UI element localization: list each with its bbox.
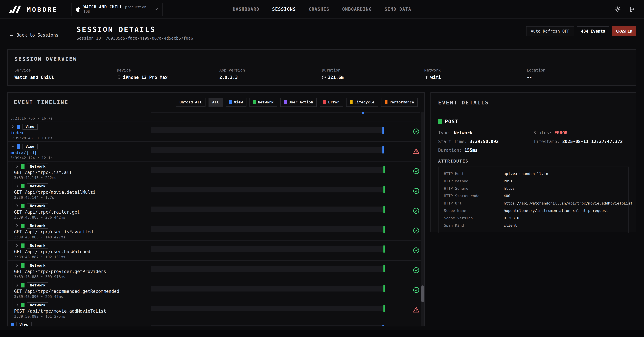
event-row[interactable]: Network GET /api/trpc/trailer.get 3:39:4… — [8, 201, 421, 221]
attribute-key: HTTP Scheme — [444, 186, 504, 191]
overview-field-label: Location — [527, 68, 629, 72]
expand-chevron-icon[interactable] — [11, 145, 14, 148]
detail-field-type: Type: Network — [438, 130, 533, 135]
selected-event-name: POST — [438, 118, 628, 124]
nav-item-onboarding[interactable]: ONBOARDING — [342, 7, 372, 12]
overview-field-icon — [117, 75, 121, 80]
event-status-icon — [413, 267, 420, 274]
overview-field-service: Service Watch and Chill — [14, 68, 117, 80]
event-type-color-swatch — [438, 119, 442, 124]
filter-chip-user-action[interactable]: User Action — [280, 98, 317, 107]
check-circle-icon — [413, 128, 420, 135]
app-environment: production — [125, 5, 146, 9]
event-time: 3:39:43.887 • 192.131ms — [14, 255, 65, 259]
expand-chevron-icon[interactable] — [16, 244, 19, 247]
footer-strip — [0, 330, 644, 337]
event-row-head: Network — [16, 242, 48, 248]
event-title: GET /api/trpc/list.all — [14, 170, 72, 175]
event-row[interactable]: 3:21:16.766 • 16.7s — [8, 112, 421, 122]
attribute-row-scope-name: Scope Name @opentelemetry/instrumentatio… — [438, 207, 628, 214]
chevron-right-icon — [16, 264, 19, 267]
event-type-color-swatch — [17, 124, 20, 129]
event-status-icon — [413, 148, 420, 155]
nav-item-sessions[interactable]: SESSIONS — [272, 7, 296, 12]
event-row[interactable]: View — [8, 320, 421, 326]
event-name-label: POST — [445, 118, 458, 124]
check-circle-icon — [413, 286, 420, 294]
detail-label: Status: — [533, 130, 554, 135]
back-to-sessions-link[interactable]: ← Back to Sessions — [10, 30, 58, 41]
event-timeline-track — [151, 266, 385, 272]
event-row-head: Network — [16, 302, 48, 308]
attribute-key: Scope Name — [444, 208, 504, 213]
overview-field-device: Device iPhone 12 Pro Max — [117, 68, 219, 80]
event-row[interactable]: Network GET /api/trpc/user.hasWatched 3:… — [8, 241, 421, 260]
event-row[interactable]: Network GET /api/trpc/list.all 3:39:42.1… — [8, 162, 421, 181]
app-selector[interactable]: WATCH AND CHILL production IOS — [71, 2, 162, 16]
detail-value: ERROR — [554, 130, 568, 135]
event-row[interactable]: Network GET /api/trpc/provider.getProvid… — [8, 260, 421, 280]
event-details-panel: EVENT DETAILS POST Type: Network Status:… — [430, 92, 636, 232]
filter-label: Network — [258, 100, 274, 104]
filter-chip-view[interactable]: View — [226, 98, 246, 107]
overview-field-duration: Duration 221.6m — [322, 68, 424, 80]
timeline-scrollbar[interactable] — [421, 112, 424, 326]
event-row[interactable]: Network GET /api/trpc/movie.detailMulti … — [8, 181, 421, 201]
event-timeline-marker — [384, 265, 385, 272]
expand-chevron-icon[interactable] — [16, 284, 19, 287]
overview-field-label: Device — [117, 68, 219, 72]
attribute-key: HTTP Status_code — [444, 194, 504, 198]
filter-chip-lifecycle[interactable]: Lifecycle — [346, 98, 378, 107]
overview-field-app-version: App Version 2.0.2.3 — [220, 68, 322, 80]
attribute-value: 400 — [504, 194, 623, 198]
main-nav: DASHBOARDSESSIONSCRASHESONBOARDINGSEND D… — [233, 0, 411, 18]
timeline-scrollbar-thumb[interactable] — [422, 286, 424, 302]
event-type-badge: Network — [27, 164, 48, 169]
event-row[interactable]: Network GET /api/trpc/user.isFavorited 3… — [8, 221, 421, 241]
event-time: 3:39:42.124 • 12.1s — [10, 156, 53, 160]
nav-item-send-data[interactable]: SEND DATA — [384, 7, 411, 12]
filter-chip-network[interactable]: Network — [250, 98, 277, 107]
event-title: GET /api/trpc/user.hasWatched — [14, 249, 90, 254]
filter-chip-all[interactable]: All — [208, 98, 222, 107]
nav-item-dashboard[interactable]: DASHBOARD — [233, 7, 260, 12]
settings-button[interactable] — [614, 6, 621, 12]
event-time: 3:39:43.888 • 309.918ms — [14, 275, 65, 279]
expand-chevron-icon[interactable] — [16, 164, 19, 168]
expand-chevron-icon[interactable] — [16, 303, 19, 306]
filter-chip-performance[interactable]: Performance — [381, 98, 418, 107]
filter-color-swatch — [324, 100, 326, 104]
brand[interactable]: MOBORE — [9, 5, 58, 14]
expand-chevron-icon[interactable] — [16, 264, 19, 267]
event-timeline-track — [151, 206, 385, 212]
event-timeline-marker — [362, 112, 364, 114]
gear-icon — [614, 6, 621, 12]
event-title: GET /api/trpc/recommended.getRecommended — [14, 289, 119, 294]
event-type-badge: Network — [27, 243, 48, 248]
expand-chevron-icon[interactable] — [11, 125, 14, 128]
auto-refresh-button[interactable]: Auto Refresh OFF — [526, 26, 574, 36]
event-row[interactable]: Network POST /api/trpc/movie.addMovieToL… — [8, 300, 421, 320]
event-row[interactable]: View media/[id] 3:39:42.124 • 12.1s — [8, 142, 421, 162]
expand-chevron-icon[interactable] — [16, 184, 19, 188]
filter-color-swatch — [253, 100, 256, 104]
expand-chevron-icon[interactable] — [16, 204, 19, 208]
event-type-badge: View — [22, 144, 38, 149]
event-status-icon — [413, 168, 420, 175]
top-actions — [614, 6, 635, 12]
event-time: 3:21:16.766 • 16.7s — [10, 116, 53, 120]
filter-chip-error[interactable]: Error — [320, 98, 343, 107]
event-timeline-track — [151, 226, 385, 232]
event-row[interactable]: View index 3:39:28.481 • 13.6s — [8, 122, 421, 142]
logout-button[interactable] — [629, 6, 635, 12]
event-type-color-swatch — [21, 243, 24, 248]
unfold-all-button[interactable]: Unfold All — [176, 98, 205, 107]
expand-chevron-icon[interactable] — [16, 224, 19, 227]
nav-item-crashes[interactable]: CRASHES — [309, 7, 330, 12]
overview-field-label: App Version — [220, 68, 322, 72]
overview-field-value: Watch and Chill — [14, 75, 117, 80]
detail-value: 3:39:50.092 — [470, 139, 498, 144]
filter-label: View — [234, 100, 243, 104]
attribute-row-scope-version: Scope Version 0.203.0 — [438, 214, 628, 222]
event-row[interactable]: Network GET /api/trpc/recommended.getRec… — [8, 280, 421, 300]
